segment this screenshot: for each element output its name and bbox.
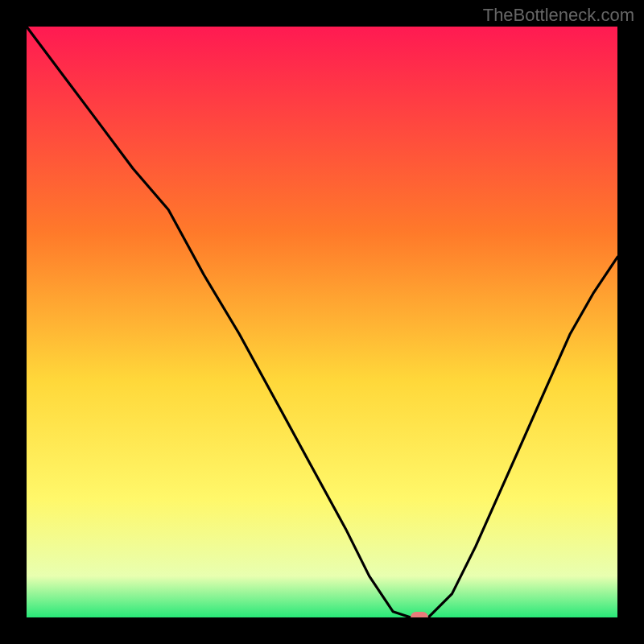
chart-plot-area — [27, 27, 617, 617]
optimum-marker — [411, 612, 428, 617]
watermark-text: TheBottleneck.com — [483, 5, 634, 26]
gradient-background — [27, 27, 617, 617]
chart-svg — [27, 27, 617, 617]
